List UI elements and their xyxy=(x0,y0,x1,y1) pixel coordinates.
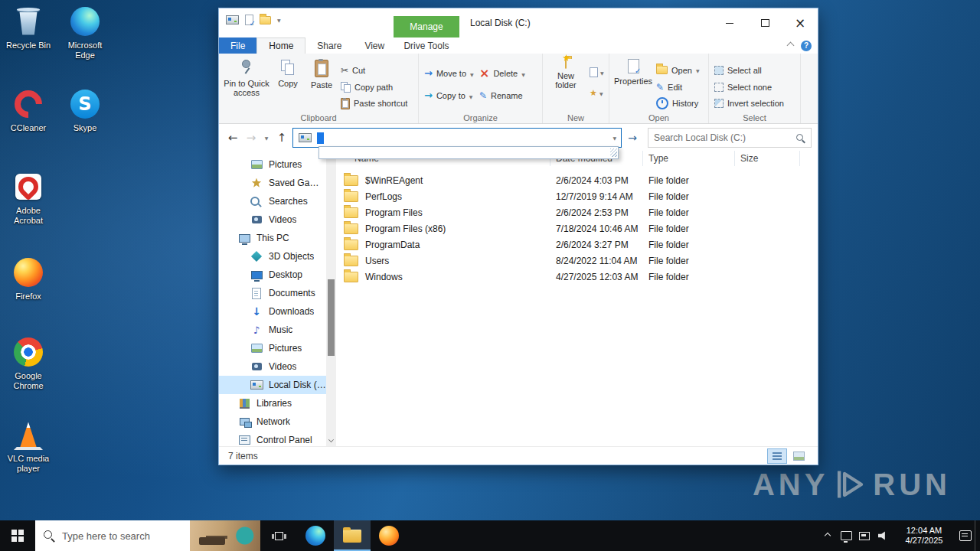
taskbar-explorer-button[interactable] xyxy=(334,520,371,551)
sidebar-item-music[interactable]: Music xyxy=(219,321,326,339)
desktop-icon-firefox[interactable]: Firefox xyxy=(1,256,56,302)
sidebar-item-local-disk-c[interactable]: Local Disk (C:) xyxy=(219,376,326,394)
open-button[interactable]: Open xyxy=(654,64,702,77)
taskbar-search[interactable]: Type here to search xyxy=(35,520,260,551)
desktop-icon-recycle-bin[interactable]: Recycle Bin xyxy=(1,5,56,51)
manage-contextual-tab[interactable]: Manage xyxy=(394,16,459,37)
select-all-button[interactable]: Select all xyxy=(712,64,786,77)
navigation-scrollbar[interactable] xyxy=(326,151,336,447)
scroll-down-arrow-icon[interactable] xyxy=(328,437,334,442)
sidebar-item-saved-games[interactable]: Saved Games xyxy=(219,174,326,192)
sidebar-item-pictures[interactable]: Pictures xyxy=(219,155,326,174)
tray-volume-button[interactable] xyxy=(874,531,892,540)
qat-customize-chevron[interactable] xyxy=(277,15,281,25)
window-drive-icon xyxy=(225,14,239,26)
help-icon[interactable] xyxy=(801,41,812,51)
sidebar-item-3d-objects[interactable]: 3D Objects xyxy=(219,247,326,266)
search-highlight-image[interactable] xyxy=(190,520,260,551)
sidebar-item-videos[interactable]: Videos xyxy=(219,210,326,229)
taskbar-edge-button[interactable] xyxy=(297,520,334,551)
taskbar-firefox-button[interactable] xyxy=(371,520,407,551)
file-row[interactable]: Program Files2/6/2024 2:53 PMFile folder xyxy=(336,204,818,220)
close-button[interactable] xyxy=(782,8,818,37)
file-row[interactable]: $WinREAgent2/6/2024 4:03 PMFile folder xyxy=(336,172,818,188)
sidebar-item-documents[interactable]: Documents xyxy=(219,284,326,302)
desktop-icon-skype[interactable]: Skype xyxy=(57,87,113,133)
move-to-icon xyxy=(424,69,433,78)
sidebar-item-libraries[interactable]: Libraries xyxy=(219,394,326,412)
thumbnails-view-button[interactable] xyxy=(789,448,808,464)
column-header-type[interactable]: Type xyxy=(643,151,735,166)
rename-button[interactable]: Rename xyxy=(477,89,528,103)
invert-selection-button[interactable]: Invert selection xyxy=(712,96,786,110)
tab-view[interactable]: View xyxy=(353,37,396,54)
desktop-icon-adobe-acrobat[interactable]: Adobe Acrobat xyxy=(1,170,56,226)
new-folder-button[interactable]: New folder xyxy=(546,55,586,110)
qat-properties-button[interactable] xyxy=(245,15,253,25)
move-to-button[interactable]: Move to xyxy=(422,67,477,80)
cut-button[interactable]: Cut xyxy=(338,64,410,77)
taskbar-clock[interactable]: 12:04 AM 4/27/2025 xyxy=(892,526,956,546)
task-view-button[interactable] xyxy=(260,520,297,551)
column-header-size[interactable]: Size xyxy=(735,151,800,166)
select-none-button[interactable]: Select none xyxy=(712,80,786,94)
file-row[interactable]: Windows4/27/2025 12:03 AMFile folder xyxy=(336,269,818,285)
paste-button[interactable]: Paste xyxy=(305,55,338,110)
file-row[interactable]: Program Files (x86)7/18/2024 10:46 AMFil… xyxy=(336,220,818,236)
sidebar-item-pictures[interactable]: Pictures xyxy=(219,339,326,357)
desktop-icon-google-chrome[interactable]: Google Chrome xyxy=(1,335,56,391)
hidden-icons-button[interactable] xyxy=(818,533,837,538)
minimize-button[interactable] xyxy=(712,8,747,37)
sidebar-item-searches[interactable]: Searches xyxy=(219,192,326,210)
recent-locations-chevron[interactable] xyxy=(262,132,271,143)
desktop-icon-ccleaner[interactable]: CCleaner xyxy=(1,87,56,133)
sidebar-item-network[interactable]: Network xyxy=(219,412,326,431)
sidebar-item-desktop[interactable]: Desktop xyxy=(219,266,326,284)
caption-buttons xyxy=(712,8,818,37)
back-button[interactable] xyxy=(225,131,240,145)
go-button[interactable] xyxy=(625,132,640,144)
tab-drive-tools[interactable]: Drive Tools xyxy=(394,37,459,54)
file-name: Users xyxy=(365,256,389,266)
new-item-button[interactable] xyxy=(587,65,606,79)
folder-icon xyxy=(344,223,358,234)
easy-access-button[interactable] xyxy=(587,86,606,99)
search-box[interactable]: Search Local Disk (C:) xyxy=(648,128,812,148)
copy-button[interactable]: Copy xyxy=(271,55,305,110)
delete-button[interactable]: Delete xyxy=(477,67,528,80)
paste-shortcut-button[interactable]: Paste shortcut xyxy=(338,96,410,110)
forward-button[interactable] xyxy=(243,131,259,145)
tab-home[interactable]: Home xyxy=(256,37,305,54)
sidebar-item-downloads[interactable]: Downloads xyxy=(219,302,326,321)
edit-button[interactable]: Edit xyxy=(654,80,702,94)
scrollbar-thumb[interactable] xyxy=(328,279,335,356)
action-center-button[interactable] xyxy=(956,530,975,541)
file-row[interactable]: ProgramData2/6/2024 3:27 PMFile folder xyxy=(336,236,818,253)
up-button[interactable] xyxy=(274,131,289,145)
qat-new-folder-button[interactable] xyxy=(260,16,271,24)
file-row[interactable]: PerfLogs12/7/2019 9:14 AMFile folder xyxy=(336,188,818,204)
pin-to-quick-access-button[interactable]: Pin to Quick access xyxy=(222,55,271,110)
details-view-button[interactable] xyxy=(767,448,787,464)
tray-network-button[interactable] xyxy=(855,532,874,540)
sidebar-item-this-pc[interactable]: This PC xyxy=(219,229,326,247)
history-button[interactable]: History xyxy=(654,96,702,110)
properties-button[interactable]: Properties xyxy=(612,55,654,110)
collapse-ribbon-chevron[interactable] xyxy=(787,42,795,50)
copy-to-button[interactable]: Copy to xyxy=(422,89,477,103)
address-bar-input[interactable] xyxy=(292,128,622,148)
start-button[interactable] xyxy=(0,520,35,551)
tab-file[interactable]: File xyxy=(219,37,256,54)
tab-share[interactable]: Share xyxy=(305,37,353,54)
file-row[interactable]: Users8/24/2022 11:04 AMFile folder xyxy=(336,253,818,269)
desktop-icon-microsoft-edge[interactable]: Microsoft Edge xyxy=(57,5,113,60)
address-dropdown-chevron[interactable] xyxy=(612,132,621,143)
copy-path-button[interactable]: Copy path xyxy=(338,80,410,94)
sidebar-item-videos[interactable]: Videos xyxy=(219,357,326,376)
title-bar[interactable]: Manage Local Disk (C:) xyxy=(219,8,818,37)
maximize-button[interactable] xyxy=(747,8,782,37)
sidebar-item-control-panel[interactable]: Control Panel xyxy=(219,431,326,447)
tray-display-button[interactable] xyxy=(837,531,855,540)
desktop-icon-vlc-media-player[interactable]: VLC media player xyxy=(1,418,56,474)
show-desktop-button[interactable] xyxy=(975,520,980,551)
